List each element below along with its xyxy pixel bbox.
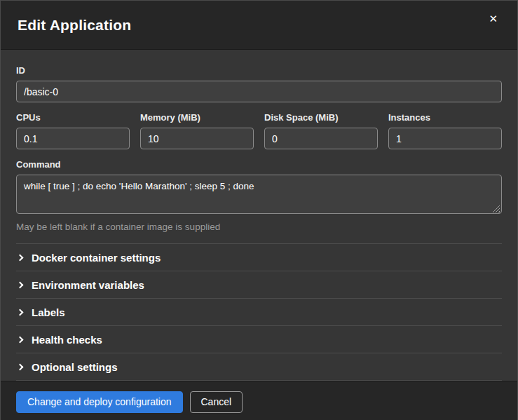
chevron-right-icon (17, 364, 24, 371)
command-help-text: May be left blank if a container image i… (16, 222, 502, 232)
section-optional-settings[interactable]: Optional settings (16, 353, 502, 381)
command-label: Command (16, 159, 502, 170)
collapsible-sections: Docker container settings Environment va… (16, 243, 502, 381)
cancel-button[interactable]: Cancel (190, 391, 243, 413)
cpus-input[interactable] (16, 128, 130, 149)
modal-body: ID CPUs Memory (MiB) Disk Space (MiB) In… (1, 50, 517, 381)
resources-input-row (16, 128, 502, 149)
instances-label: Instances (388, 112, 502, 123)
resources-label-row: CPUs Memory (MiB) Disk Space (MiB) Insta… (16, 102, 502, 128)
section-environment-variables[interactable]: Environment variables (16, 271, 502, 299)
section-label: Docker container settings (32, 252, 161, 264)
chevron-right-icon (17, 309, 24, 316)
id-label: ID (16, 65, 502, 76)
change-and-deploy-button[interactable]: Change and deploy configuration (16, 391, 183, 413)
disk-label: Disk Space (MiB) (264, 112, 378, 123)
modal-title: Edit Application (18, 17, 131, 34)
section-docker-container-settings[interactable]: Docker container settings (16, 244, 502, 271)
section-health-checks[interactable]: Health checks (16, 326, 502, 353)
modal-header: Edit Application ✕ (1, 1, 517, 50)
section-label: Optional settings (32, 361, 118, 373)
command-textarea[interactable]: while [ true ] ; do echo 'Hello Marathon… (16, 175, 502, 214)
edit-application-modal: Edit Application ✕ ID CPUs Memory (MiB) … (0, 0, 518, 420)
section-label: Health checks (32, 334, 102, 346)
section-label: Environment variables (32, 279, 144, 291)
section-labels[interactable]: Labels (16, 299, 502, 326)
chevron-right-icon (17, 337, 24, 344)
chevron-right-icon (17, 255, 24, 262)
modal-footer: Change and deploy configuration Cancel (1, 381, 517, 420)
memory-label: Memory (MiB) (140, 112, 254, 123)
memory-input[interactable] (140, 128, 254, 149)
cpus-label: CPUs (16, 112, 130, 123)
disk-input[interactable] (264, 128, 378, 149)
instances-input[interactable] (388, 128, 502, 149)
command-field: while [ true ] ; do echo 'Hello Marathon… (16, 175, 502, 217)
close-icon[interactable]: ✕ (486, 11, 500, 27)
chevron-right-icon (17, 282, 24, 289)
id-input[interactable] (16, 81, 502, 102)
section-label: Labels (32, 306, 65, 318)
